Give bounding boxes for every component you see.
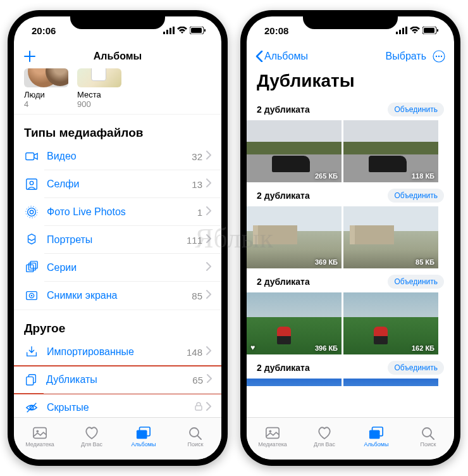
svg-point-9 (30, 181, 34, 185)
select-button[interactable]: Выбрать (386, 51, 426, 62)
merge-button[interactable]: Объединить (388, 189, 444, 203)
group-title: 2 дубликата (257, 104, 310, 115)
notch (70, 10, 165, 29)
duplicate-thumb[interactable]: 85 КБ (343, 206, 438, 268)
row-count: 111 (187, 235, 202, 246)
nav-bar: Альбомы (14, 44, 221, 68)
svg-point-38 (441, 56, 442, 57)
row-count: 13 (192, 179, 202, 190)
row-label: Дубликаты (46, 374, 192, 385)
chevron-right-icon (206, 402, 211, 413)
svg-rect-21 (195, 406, 202, 410)
chevron-right-icon (206, 178, 211, 190)
tab-3[interactable]: Поиск (169, 418, 221, 456)
ellipsis-icon[interactable] (433, 50, 445, 63)
row-label: Селфи (47, 178, 192, 190)
tab-3[interactable]: Поиск (402, 418, 454, 456)
tab-label: Альбомы (364, 441, 389, 448)
chevron-left-icon (256, 51, 263, 62)
list-row-screenshot[interactable]: Снимки экрана85 (14, 282, 221, 310)
duplicate-thumb[interactable] (343, 379, 438, 386)
back-button[interactable]: Альбомы (256, 51, 308, 62)
tab-0[interactable]: Медиатека (247, 418, 299, 456)
chevron-right-icon (206, 234, 211, 246)
size-badge: 396 КБ (315, 344, 338, 352)
chevron-right-icon (206, 151, 211, 162)
svg-rect-19 (27, 377, 34, 385)
svg-rect-41 (369, 430, 380, 439)
places-thumb (77, 68, 121, 87)
tab-label: Для Вас (314, 441, 335, 448)
duplicate-thumb[interactable]: 369 КБ (247, 206, 342, 268)
list-row-video[interactable]: Видео32 (14, 142, 221, 170)
duplicate-thumb[interactable]: ♥396 КБ (247, 292, 342, 354)
svg-rect-6 (204, 29, 206, 32)
svg-rect-25 (137, 430, 147, 439)
group-title: 2 дубликата (257, 277, 310, 287)
cellular-icon (396, 27, 407, 34)
section-media-types: Типы медиафайлов (14, 114, 221, 142)
tab-0[interactable]: Медиатека (14, 418, 66, 456)
screenshot-icon (24, 288, 39, 303)
wifi-icon (410, 27, 420, 34)
tab-icon (32, 426, 47, 440)
tab-icon (84, 426, 99, 440)
mini-label: Места (77, 90, 121, 99)
svg-rect-7 (26, 153, 34, 160)
duplicate-thumb[interactable] (247, 379, 342, 386)
nav-title: Альбомы (14, 51, 221, 62)
battery-icon (190, 27, 206, 34)
back-label: Альбомы (264, 51, 308, 62)
merge-button[interactable]: Объединить (388, 275, 444, 289)
svg-rect-8 (27, 179, 37, 190)
tab-label: Медиатека (258, 441, 287, 448)
tab-1[interactable]: Для Вас (299, 418, 350, 456)
svg-rect-0 (163, 32, 165, 34)
wifi-icon (177, 27, 187, 34)
row-label: Импортированные (47, 346, 187, 358)
list-row-burst[interactable]: Серии (14, 254, 221, 282)
row-label: Снимки экрана (47, 290, 192, 301)
tab-label: Поиск (188, 441, 204, 448)
row-label: Фото Live Photos (47, 206, 197, 218)
mini-label: Люди (24, 90, 68, 99)
svg-point-11 (28, 208, 36, 216)
mini-album-places[interactable]: Места 900 (77, 68, 121, 109)
duplicate-thumb[interactable]: 118 КБ (343, 120, 438, 182)
status-icons (163, 27, 206, 34)
duplicate-group: 2 дубликатаОбъединить369 КБ85 КБ (247, 182, 454, 268)
tab-label: Для Вас (81, 441, 102, 448)
row-count: 148 (187, 347, 202, 358)
mini-album-people[interactable]: Люди 4 (24, 68, 68, 109)
tab-2[interactable]: Альбомы (350, 418, 402, 456)
merge-button[interactable]: Объединить (388, 361, 444, 375)
svg-rect-2 (169, 28, 171, 34)
size-badge: 265 КБ (315, 172, 338, 180)
svg-rect-14 (28, 263, 35, 270)
svg-rect-29 (399, 30, 401, 34)
row-count: 1 (197, 207, 202, 218)
list-row-import[interactable]: Импортированные148 (14, 338, 221, 366)
duplicate-group: 2 дубликатаОбъединить (247, 354, 454, 386)
tab-1[interactable]: Для Вас (66, 418, 118, 456)
tab-bar: МедиатекаДля ВасАльбомыПоиск (247, 417, 454, 460)
add-icon[interactable] (23, 49, 37, 63)
live-icon (24, 204, 39, 220)
svg-rect-3 (173, 27, 175, 34)
list-row-dup[interactable]: Дубликаты65 (14, 366, 221, 394)
tab-label: Альбомы (132, 441, 156, 448)
row-count: 65 (192, 375, 203, 385)
list-row-portrait[interactable]: Портреты111 (14, 226, 221, 254)
svg-point-24 (36, 430, 39, 432)
tab-2[interactable]: Альбомы (118, 418, 169, 456)
list-row-live[interactable]: Фото Live Photos1 (14, 198, 221, 226)
duplicate-thumb[interactable]: 265 КБ (247, 120, 342, 182)
svg-rect-28 (396, 32, 398, 34)
merge-button[interactable]: Объединить (388, 103, 444, 116)
list-row-selfie[interactable]: Селфи13 (14, 170, 221, 198)
duplicate-thumb[interactable]: 162 КБ (343, 292, 438, 354)
portrait-icon (24, 232, 39, 247)
list-row-hidden[interactable]: Скрытые (14, 394, 221, 417)
svg-point-40 (269, 430, 271, 432)
row-count: 32 (192, 151, 202, 162)
